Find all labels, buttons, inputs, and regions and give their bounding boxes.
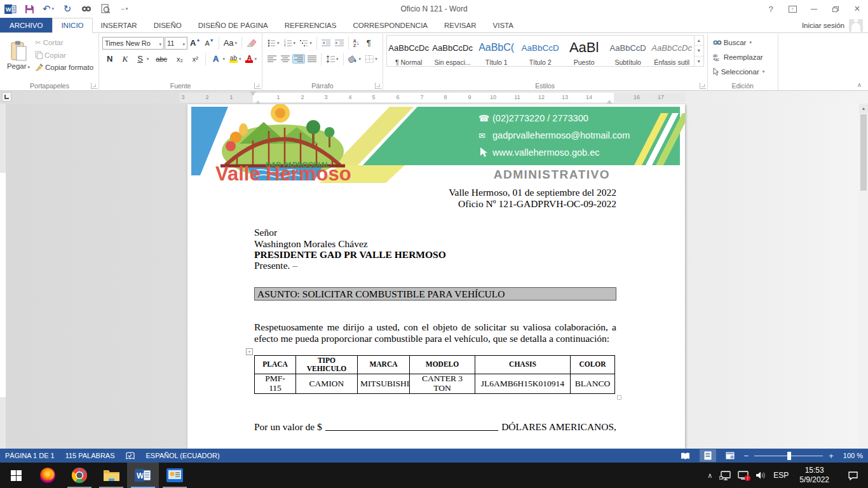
dialog-launcher-estilos[interactable] [700,83,706,89]
style-puesto[interactable]: AaBlPuesto [562,36,606,66]
tab-selector[interactable] [2,92,11,102]
print-layout-icon[interactable] [700,449,716,462]
taskbar-explorer[interactable] [95,463,127,488]
clear-formatting-button[interactable] [245,37,259,48]
word-logo-icon[interactable]: W [4,3,17,15]
start-button[interactable] [0,463,32,488]
first-line-indent-marker[interactable] [250,92,256,96]
taskbar-chrome[interactable] [64,463,95,488]
styles-more-icon[interactable]: ▼ [695,57,703,66]
sort-button[interactable]: AZ↓ [351,37,362,49]
tab-archivo[interactable]: ARCHIVO [0,18,52,32]
style-sin-espaciado[interactable]: AaBbCcDcSin espaci... [431,36,475,66]
find-button[interactable]: Buscar [711,36,775,49]
style-normal[interactable]: AaBbCcDc¶ Normal [387,36,431,66]
borders-button[interactable] [363,54,379,64]
table-move-handle[interactable]: + [246,348,253,355]
tab-insertar[interactable]: INSERTAR [93,18,146,32]
taskbar-blue-app[interactable] [159,463,191,488]
text-effects-button[interactable]: A [208,52,227,65]
taskbar-firefox[interactable] [32,463,64,488]
tab-referencias[interactable]: REFERENCIAS [276,18,345,32]
font-size-combo[interactable]: 11 [165,37,187,50]
zoom-slider-thumb[interactable] [787,452,791,460]
dialog-launcher-portapapeles[interactable] [91,83,97,89]
vehicle-table[interactable]: PLACA TIPO VEHICULO MARCA MODELO CHASIS … [254,355,615,394]
web-layout-icon[interactable] [722,449,738,462]
strikethrough-button[interactable]: abc [151,53,172,65]
word-count[interactable]: 115 PALABRAS [65,452,115,459]
page-indicator[interactable]: PÁGINA 1 DE 1 [5,452,55,459]
close-icon[interactable]: × [846,1,868,17]
subscript-button[interactable]: x₂ [172,53,187,65]
scroll-up-icon[interactable]: ▲ [859,104,868,113]
style-titulo-1[interactable]: AaBbC(Título 1 [475,36,519,66]
decrease-indent-button[interactable] [320,38,332,48]
ribbon-display-icon[interactable]: ↑ [782,1,803,17]
tab-revisar[interactable]: REVISAR [436,18,485,32]
zoom-in-icon[interactable]: + [829,451,834,461]
increase-indent-button[interactable] [333,38,346,48]
taskbar-word[interactable]: W [127,463,159,488]
highlight-button[interactable]: ab [227,54,243,64]
language-indicator[interactable]: ESPAÑOL (ECUADOR) [146,452,220,459]
alert-icon[interactable]: ! [738,471,749,480]
find-icon[interactable] [80,3,93,15]
vertical-ruler[interactable] [0,104,6,449]
redo-icon[interactable]: ↻ [61,3,74,15]
line-spacing-button[interactable] [324,54,341,64]
shading-button[interactable] [346,54,363,64]
input-language[interactable]: ESP [773,471,789,480]
collapse-ribbon-icon[interactable]: ∧ [857,81,862,88]
shrink-font-button[interactable]: A▼ [203,38,215,48]
align-left-button[interactable] [266,54,278,64]
change-case-button[interactable]: Aa [222,37,239,49]
format-painter-button[interactable]: Copiar formato [33,62,95,72]
styles-scroll-up-icon[interactable]: ▲ [695,36,703,46]
zoom-out-icon[interactable]: − [744,451,749,461]
grow-font-button[interactable]: A▲ [188,37,202,49]
vertical-scrollbar[interactable]: ▲ [859,104,868,449]
zoom-level[interactable]: 100 % [843,452,863,459]
dialog-launcher-fuente[interactable] [254,83,261,89]
tray-chevron-up-icon[interactable]: ∧ [707,471,712,480]
tab-inicio[interactable]: INICIO [52,18,92,33]
restore-icon[interactable] [825,1,846,17]
style-titulo-2[interactable]: AaBbCcDTítulo 2 [519,36,562,66]
print-preview-icon[interactable] [99,3,112,15]
customize-qat-icon[interactable]: – [118,3,131,15]
table-resize-handle[interactable] [617,395,621,400]
bullets-button[interactable] [266,38,281,48]
font-name-combo[interactable]: Times New Ro [102,37,164,50]
tab-diseno[interactable]: DISEÑO [146,18,190,32]
minimize-icon[interactable] [803,1,825,17]
read-mode-icon[interactable] [677,449,694,462]
underline-button[interactable]: S [133,52,151,65]
italic-button[interactable]: K [118,52,132,66]
tab-correspondencia[interactable]: CORRESPONDENCIA [344,18,436,32]
proofing-icon[interactable] [126,452,135,460]
numbering-button[interactable]: 123 [282,38,298,48]
save-icon[interactable] [23,3,36,15]
tab-vista[interactable]: VISTA [485,18,522,32]
style-subtitulo[interactable]: AaBbCcDSubtítulo [606,36,650,66]
font-color-button[interactable]: A [243,53,259,64]
multilevel-list-button[interactable] [298,38,314,48]
tab-diseno-pagina[interactable]: DISEÑO DE PÁGINA [190,18,276,32]
replace-button[interactable]: abacReemplazar [711,50,775,64]
dialog-launcher-parrafo[interactable] [375,83,381,89]
action-center-icon[interactable] [840,463,865,488]
paste-button[interactable]: Pegar [4,35,33,76]
superscript-button[interactable]: x² [188,53,203,65]
horizontal-ruler[interactable]: 3 2 1 1 2 3 4 5 6 7 8 9 10 11 12 13 14 1… [180,93,685,102]
style-enfasis-sutil[interactable]: AaBbCcDcÉnfasis sutil [650,36,694,66]
clock[interactable]: 15:53 5/9/2022 [796,466,833,485]
speaker-icon[interactable] [756,471,766,480]
align-center-button[interactable] [279,54,292,64]
show-marks-button[interactable]: ¶ [362,36,376,50]
cut-button[interactable]: ✂Cortar [33,37,95,48]
copy-button[interactable]: Copiar [33,50,95,60]
justify-button[interactable] [306,54,318,64]
help-icon[interactable]: ? [760,1,782,17]
align-right-button[interactable] [292,54,305,64]
